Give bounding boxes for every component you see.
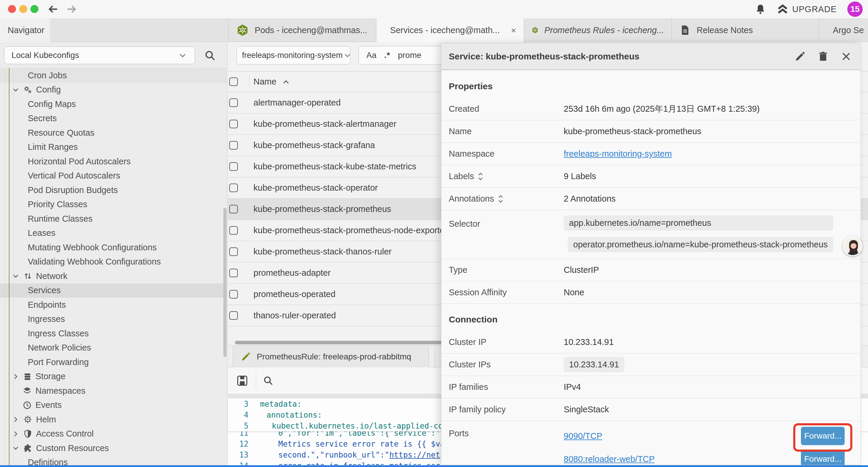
save-icon[interactable] bbox=[236, 374, 249, 387]
close-window-button[interactable] bbox=[8, 5, 16, 13]
puzzle-icon bbox=[23, 443, 32, 453]
tab-prometheus-rules[interactable]: Prometheus Rules - icecheng... bbox=[524, 18, 672, 42]
property-row-annotations: Annotations 2 Annotations bbox=[441, 188, 861, 210]
config-gear-icon bbox=[23, 85, 32, 95]
sidebar-item-config[interactable]: Config bbox=[0, 83, 227, 97]
row-checkbox[interactable] bbox=[229, 98, 238, 107]
kubeconfig-selector[interactable]: Local Kubeconfigs bbox=[4, 47, 195, 64]
match-case-toggle[interactable]: Aa bbox=[366, 51, 376, 60]
sidebar-item-ingresses[interactable]: Ingresses bbox=[0, 312, 227, 327]
row-checkbox[interactable] bbox=[229, 247, 238, 256]
row-checkbox[interactable] bbox=[229, 183, 238, 192]
code-url-link[interactable]: https://net bbox=[390, 450, 440, 459]
select-all-checkbox[interactable] bbox=[229, 78, 238, 86]
detail-body: Properties Created 253d 16h 6m ago (2025… bbox=[441, 71, 861, 465]
namespace-filter-select[interactable]: freeleaps-monitoring-system bbox=[236, 46, 350, 64]
chevron-down-icon[interactable] bbox=[12, 272, 20, 280]
property-row-labels: Labels 9 Labels bbox=[441, 165, 861, 188]
delete-icon[interactable] bbox=[817, 51, 829, 62]
sidebar-item-ingress-classes[interactable]: Ingress Classes bbox=[0, 326, 227, 341]
row-checkbox[interactable] bbox=[229, 162, 238, 171]
close-icon[interactable] bbox=[840, 51, 852, 62]
cluster-ip-chip[interactable]: 10.233.14.91 bbox=[564, 357, 624, 372]
forward-icon[interactable] bbox=[66, 3, 78, 15]
kubernetes-icon bbox=[532, 23, 538, 37]
sidebar-item-priority-classes[interactable]: Priority Classes bbox=[0, 198, 227, 212]
properties-heading: Properties bbox=[441, 71, 861, 98]
labels-count[interactable]: 9 Labels bbox=[564, 171, 596, 181]
close-tab-icon[interactable]: × bbox=[511, 25, 516, 35]
sidebar-item-validating-webhook-configurations[interactable]: Validating Webhook Configurations bbox=[0, 255, 227, 269]
sidebar-item-access-control[interactable]: Access Control bbox=[0, 427, 227, 441]
row-checkbox[interactable] bbox=[229, 226, 238, 235]
sidebar-item-cron-jobs[interactable]: Cron Jobs bbox=[0, 68, 227, 83]
sort-ascending-icon[interactable] bbox=[283, 79, 289, 85]
editor-tab-prometheusrule[interactable]: PrometheusRule: freeleaps-prod-rabbitmq bbox=[233, 346, 429, 368]
sidebar-item-horizontal-pod-autoscalers[interactable]: Horizontal Pod Autoscalers bbox=[0, 154, 227, 169]
chevron-right-icon[interactable] bbox=[12, 373, 20, 380]
zoom-window-button[interactable] bbox=[30, 5, 38, 13]
row-checkbox[interactable] bbox=[229, 141, 238, 150]
sidebar-item-resource-quotas[interactable]: Resource Quotas bbox=[0, 126, 227, 140]
release-notes-icon bbox=[680, 24, 691, 36]
sidebar-item-config-maps[interactable]: Config Maps bbox=[0, 97, 227, 111]
regex-toggle[interactable]: .* bbox=[384, 51, 390, 60]
row-checkbox[interactable] bbox=[229, 205, 238, 213]
annotation-highlight-box bbox=[793, 423, 852, 451]
search-icon[interactable] bbox=[204, 49, 216, 62]
back-icon[interactable] bbox=[47, 3, 59, 15]
editor-search-icon[interactable] bbox=[262, 375, 274, 386]
sidebar-item-vertical-pod-autoscalers[interactable]: Vertical Pod Autoscalers bbox=[0, 169, 227, 183]
chevron-right-icon[interactable] bbox=[12, 430, 20, 438]
sidebar-item-leases[interactable]: Leases bbox=[0, 226, 227, 241]
row-checkbox[interactable] bbox=[229, 311, 238, 320]
navigator-panel-tab[interactable]: Navigator bbox=[0, 18, 50, 42]
sidebar-item-helm[interactable]: Helm bbox=[0, 412, 227, 427]
sidebar-item-namespaces[interactable]: Namespaces bbox=[0, 384, 227, 398]
sidebar-item-network[interactable]: Network bbox=[0, 269, 227, 284]
notification-badge[interactable]: 15 bbox=[847, 1, 863, 17]
sidebar-item-events[interactable]: Events bbox=[0, 398, 227, 413]
chevron-down-icon[interactable] bbox=[12, 444, 20, 452]
sidebar-item-endpoints[interactable]: Endpoints bbox=[0, 298, 227, 312]
sidebar-item-custom-resources[interactable]: Custom Resources bbox=[0, 441, 227, 456]
tab-argo[interactable]: Argo Se bbox=[819, 18, 868, 42]
annotations-count[interactable]: 2 Annotations bbox=[564, 194, 616, 204]
chevron-right-icon[interactable] bbox=[12, 415, 20, 423]
selector-chip[interactable]: operator.prometheus.io/name=kube-prometh… bbox=[568, 237, 833, 252]
port-link-8080[interactable]: 8080:reloader-web/TCP bbox=[564, 454, 655, 464]
forward-button-8080[interactable]: Forward... bbox=[801, 450, 845, 465]
sidebar-item-port-forwarding[interactable]: Port Forwarding bbox=[0, 355, 227, 370]
tab-pods[interactable]: Pods - icecheng@mathmas... bbox=[228, 18, 376, 42]
sidebar-scrollbar[interactable] bbox=[223, 208, 226, 357]
pencil-icon bbox=[241, 352, 251, 362]
row-checkbox[interactable] bbox=[229, 269, 238, 277]
sidebar-item-pod-disruption-budgets[interactable]: Pod Disruption Budgets bbox=[0, 183, 227, 198]
row-checkbox[interactable] bbox=[229, 120, 238, 128]
tab-services[interactable]: Services - icecheng@math... × bbox=[376, 18, 524, 42]
sidebar-item-mutating-webhook-configurations[interactable]: Mutating Webhook Configurations bbox=[0, 240, 227, 255]
avatar[interactable] bbox=[843, 236, 862, 256]
sort-updown-icon[interactable] bbox=[478, 172, 483, 181]
bell-icon[interactable] bbox=[754, 3, 766, 15]
namespace-link[interactable]: freeleaps-monitoring-system bbox=[564, 149, 672, 159]
sidebar-item-limit-ranges[interactable]: Limit Ranges bbox=[0, 140, 227, 154]
chevron-down-icon[interactable] bbox=[12, 86, 20, 94]
sidebar-item-storage[interactable]: Storage bbox=[0, 370, 227, 384]
port-link-9090[interactable]: 9090/TCP bbox=[564, 431, 602, 441]
property-row-selector: Selector app.kubernetes.io/name=promethe… bbox=[441, 210, 861, 259]
sidebar-item-services[interactable]: Services bbox=[0, 284, 227, 298]
minimize-window-button[interactable] bbox=[19, 5, 27, 13]
sort-updown-icon[interactable] bbox=[498, 195, 503, 203]
tab-release-notes[interactable]: Release Notes bbox=[672, 18, 819, 42]
edit-icon[interactable] bbox=[795, 51, 806, 62]
column-header-name[interactable]: Name bbox=[253, 77, 276, 87]
port-line-9090: 9090/TCP Forward... bbox=[564, 425, 857, 447]
sidebar-item-secrets[interactable]: Secrets bbox=[0, 111, 227, 126]
sidebar-item-runtime-classes[interactable]: Runtime Classes bbox=[0, 212, 227, 226]
network-arrows-icon bbox=[23, 271, 32, 281]
upgrade-button[interactable]: UPGRADE bbox=[777, 4, 837, 14]
row-checkbox[interactable] bbox=[229, 290, 238, 298]
sidebar-item-network-policies[interactable]: Network Policies bbox=[0, 341, 227, 355]
selector-chip[interactable]: app.kubernetes.io/name=prometheus bbox=[564, 215, 833, 231]
